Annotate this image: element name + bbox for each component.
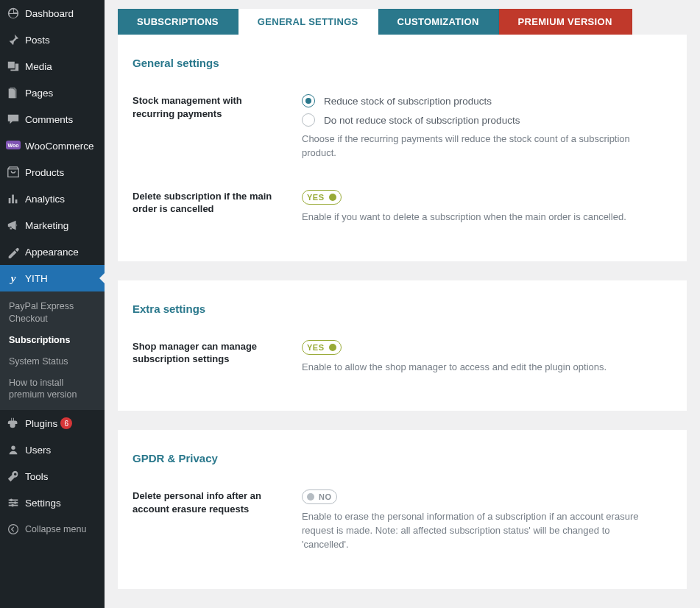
- woo-icon: Woo: [6, 138, 21, 153]
- settings-content: SUBSCRIPTIONS GENERAL SETTINGS CUSTOMIZA…: [105, 0, 700, 608]
- field-label: Shop manager can manage subscription set…: [132, 340, 272, 375]
- tab-general-settings[interactable]: GENERAL SETTINGS: [238, 9, 378, 35]
- sidebar-item-label: Comments: [25, 114, 73, 125]
- pin-icon: [6, 32, 21, 47]
- products-icon: [6, 165, 21, 180]
- sidebar-item-marketing[interactable]: Marketing: [0, 212, 105, 238]
- pages-icon: [6, 85, 21, 100]
- sidebar-item-tools[interactable]: Tools: [0, 463, 105, 489]
- sidebar-item-appearance[interactable]: Appearance: [0, 238, 105, 265]
- panel-gdpr-privacy: GPDR & Privacy Delete personal info afte…: [118, 430, 687, 589]
- sidebar-item-label: YITH: [25, 273, 48, 284]
- radio-icon: [302, 94, 315, 107]
- sidebar-item-comments[interactable]: Comments: [0, 106, 105, 132]
- sidebar-item-dashboard[interactable]: Dashboard: [0, 0, 105, 26]
- field-label: Stock management with recurring payments: [132, 94, 272, 160]
- sidebar-item-label: Posts: [25, 35, 50, 46]
- field-stock-management: Stock management with recurring payments…: [132, 94, 657, 160]
- field-help: Choose if the recurring payments will re…: [302, 132, 657, 160]
- tab-subscriptions[interactable]: SUBSCRIPTIONS: [118, 9, 238, 35]
- plugins-update-badge: 6: [60, 417, 72, 429]
- sidebar-item-yith[interactable]: y YITH: [0, 265, 105, 291]
- submenu-subscriptions[interactable]: Subscriptions: [0, 330, 105, 351]
- toggle-label: YES: [307, 193, 325, 202]
- users-icon: [6, 442, 21, 457]
- radio-label: Reduce stock of subscription products: [324, 96, 492, 107]
- sidebar-item-label: Users: [25, 445, 51, 456]
- sidebar-item-label: WooCommerce: [25, 141, 94, 152]
- field-help: Enable to erase the personal information…: [302, 510, 657, 552]
- toggle-knob-icon: [329, 344, 336, 351]
- sidebar-item-users[interactable]: Users: [0, 436, 105, 463]
- toggle-shop-manager[interactable]: YES: [302, 340, 342, 355]
- sidebar-item-analytics[interactable]: Analytics: [0, 185, 105, 212]
- sidebar-item-media[interactable]: Media: [0, 53, 105, 79]
- sidebar-item-label: Products: [25, 167, 64, 178]
- sidebar-item-settings[interactable]: Settings: [0, 489, 105, 516]
- panel-title: Extra settings: [132, 303, 657, 315]
- svg-point-8: [11, 504, 14, 507]
- sidebar-item-label: Plugins: [25, 418, 57, 429]
- submenu-system-status[interactable]: System Status: [0, 351, 105, 372]
- toggle-label: NO: [319, 492, 332, 501]
- sidebar-item-label: Dashboard: [25, 8, 74, 19]
- svg-text:Woo: Woo: [7, 143, 18, 148]
- field-delete-on-cancel: Delete subscription if the main order is…: [132, 190, 657, 225]
- submenu-paypal[interactable]: PayPal Express Checkout: [0, 296, 105, 330]
- collapse-menu[interactable]: Collapse menu: [0, 516, 105, 542]
- radio-label: Do not reduce stock of subscription prod…: [324, 115, 520, 126]
- settings-icon: [6, 495, 21, 510]
- svg-point-2: [11, 446, 15, 450]
- sidebar-item-pages[interactable]: Pages: [0, 79, 105, 106]
- settings-tabs: SUBSCRIPTIONS GENERAL SETTINGS CUSTOMIZA…: [118, 9, 687, 35]
- sidebar-item-posts[interactable]: Posts: [0, 26, 105, 53]
- toggle-delete-on-cancel[interactable]: YES: [302, 190, 342, 205]
- sidebar-item-label: Marketing: [25, 220, 68, 231]
- comments-icon: [6, 112, 21, 127]
- dashboard-icon: [6, 6, 21, 21]
- marketing-icon: [6, 218, 21, 233]
- tab-customization[interactable]: CUSTOMIZATION: [378, 9, 499, 35]
- panel-extra-settings: Extra settings Shop manager can manage s…: [118, 280, 687, 411]
- media-icon: [6, 59, 21, 74]
- toggle-erasure[interactable]: NO: [302, 489, 337, 504]
- panel-general-settings: General settings Stock management with r…: [118, 35, 687, 261]
- sidebar-item-label: Appearance: [25, 247, 79, 258]
- sidebar-item-label: Tools: [25, 471, 49, 482]
- sidebar-item-plugins[interactable]: Plugins 6: [0, 410, 105, 436]
- field-label: Delete personal info after an account er…: [132, 489, 272, 552]
- svg-point-7: [14, 501, 17, 504]
- sidebar-item-label: Analytics: [25, 194, 65, 205]
- collapse-label: Collapse menu: [25, 524, 86, 534]
- toggle-knob-icon: [329, 194, 336, 201]
- toggle-label: YES: [307, 343, 325, 352]
- sidebar-item-products[interactable]: Products: [0, 159, 105, 185]
- field-shop-manager: Shop manager can manage subscription set…: [132, 340, 657, 375]
- radio-no-reduce-stock[interactable]: Do not reduce stock of subscription prod…: [302, 113, 657, 127]
- appearance-icon: [6, 244, 21, 259]
- toggle-knob-icon: [307, 493, 314, 501]
- tools-icon: [6, 469, 21, 484]
- field-label: Delete subscription if the main order is…: [132, 190, 272, 225]
- radio-reduce-stock[interactable]: Reduce stock of subscription products: [302, 94, 657, 107]
- admin-sidebar: Dashboard Posts Media Pages Comments Woo…: [0, 0, 105, 608]
- sidebar-item-woocommerce[interactable]: Woo WooCommerce: [0, 132, 105, 159]
- plugins-icon: [6, 416, 21, 431]
- panel-title: GPDR & Privacy: [132, 452, 657, 464]
- sidebar-item-label: Media: [25, 61, 52, 72]
- submenu-how-to-install[interactable]: How to install premium version: [0, 372, 105, 406]
- radio-icon: [302, 113, 315, 127]
- sidebar-item-label: Pages: [25, 88, 53, 99]
- svg-point-6: [10, 499, 13, 502]
- yith-icon: y: [6, 271, 21, 286]
- collapse-icon: [6, 522, 21, 537]
- field-help: Enable if you want to delete a subscript…: [302, 211, 657, 225]
- tab-premium-version[interactable]: PREMIUM VERSION: [499, 9, 632, 35]
- svg-point-9: [9, 525, 18, 534]
- field-help: Enable to allow the shop manager to acce…: [302, 361, 657, 375]
- panel-title: General settings: [132, 57, 657, 69]
- sidebar-submenu: PayPal Express Checkout Subscriptions Sy…: [0, 291, 105, 410]
- field-erasure: Delete personal info after an account er…: [132, 489, 657, 552]
- sidebar-item-label: Settings: [25, 498, 61, 509]
- analytics-icon: [6, 191, 21, 206]
